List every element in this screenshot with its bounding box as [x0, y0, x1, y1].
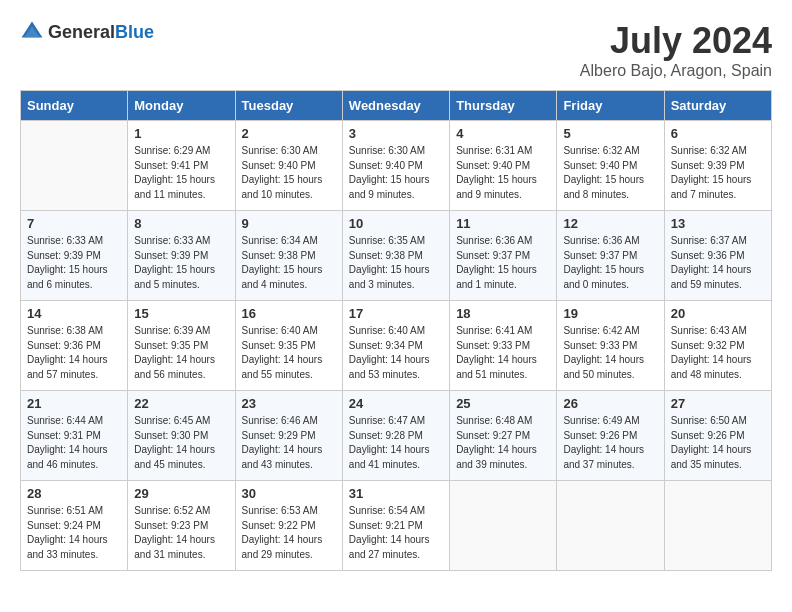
day-info: Sunrise: 6:45 AM Sunset: 9:30 PM Dayligh… — [134, 414, 228, 472]
day-info: Sunrise: 6:34 AM Sunset: 9:38 PM Dayligh… — [242, 234, 336, 292]
calendar-cell: 20Sunrise: 6:43 AM Sunset: 9:32 PM Dayli… — [664, 301, 771, 391]
calendar-cell: 30Sunrise: 6:53 AM Sunset: 9:22 PM Dayli… — [235, 481, 342, 571]
logo-general: General — [48, 22, 115, 42]
calendar-week-row: 1Sunrise: 6:29 AM Sunset: 9:41 PM Daylig… — [21, 121, 772, 211]
day-info: Sunrise: 6:29 AM Sunset: 9:41 PM Dayligh… — [134, 144, 228, 202]
day-number: 16 — [242, 306, 336, 321]
calendar-cell: 29Sunrise: 6:52 AM Sunset: 9:23 PM Dayli… — [128, 481, 235, 571]
day-number: 13 — [671, 216, 765, 231]
calendar-cell: 10Sunrise: 6:35 AM Sunset: 9:38 PM Dayli… — [342, 211, 449, 301]
page-header: GeneralBlue July 2024 Albero Bajo, Arago… — [20, 20, 772, 80]
calendar-cell: 2Sunrise: 6:30 AM Sunset: 9:40 PM Daylig… — [235, 121, 342, 211]
day-info: Sunrise: 6:31 AM Sunset: 9:40 PM Dayligh… — [456, 144, 550, 202]
calendar-cell: 19Sunrise: 6:42 AM Sunset: 9:33 PM Dayli… — [557, 301, 664, 391]
calendar-cell: 22Sunrise: 6:45 AM Sunset: 9:30 PM Dayli… — [128, 391, 235, 481]
day-info: Sunrise: 6:30 AM Sunset: 9:40 PM Dayligh… — [242, 144, 336, 202]
day-info: Sunrise: 6:42 AM Sunset: 9:33 PM Dayligh… — [563, 324, 657, 382]
day-number: 8 — [134, 216, 228, 231]
weekday-header: Sunday — [21, 91, 128, 121]
month-title: July 2024 — [580, 20, 772, 62]
day-info: Sunrise: 6:46 AM Sunset: 9:29 PM Dayligh… — [242, 414, 336, 472]
calendar-cell: 28Sunrise: 6:51 AM Sunset: 9:24 PM Dayli… — [21, 481, 128, 571]
calendar-cell: 9Sunrise: 6:34 AM Sunset: 9:38 PM Daylig… — [235, 211, 342, 301]
day-info: Sunrise: 6:33 AM Sunset: 9:39 PM Dayligh… — [27, 234, 121, 292]
day-number: 18 — [456, 306, 550, 321]
day-number: 25 — [456, 396, 550, 411]
calendar-cell: 31Sunrise: 6:54 AM Sunset: 9:21 PM Dayli… — [342, 481, 449, 571]
weekday-header: Friday — [557, 91, 664, 121]
day-number: 21 — [27, 396, 121, 411]
calendar-cell: 26Sunrise: 6:49 AM Sunset: 9:26 PM Dayli… — [557, 391, 664, 481]
calendar-cell: 5Sunrise: 6:32 AM Sunset: 9:40 PM Daylig… — [557, 121, 664, 211]
day-info: Sunrise: 6:47 AM Sunset: 9:28 PM Dayligh… — [349, 414, 443, 472]
calendar-cell: 1Sunrise: 6:29 AM Sunset: 9:41 PM Daylig… — [128, 121, 235, 211]
day-info: Sunrise: 6:38 AM Sunset: 9:36 PM Dayligh… — [27, 324, 121, 382]
logo-icon — [20, 20, 44, 44]
day-number: 28 — [27, 486, 121, 501]
day-info: Sunrise: 6:30 AM Sunset: 9:40 PM Dayligh… — [349, 144, 443, 202]
calendar-cell — [557, 481, 664, 571]
location-title: Albero Bajo, Aragon, Spain — [580, 62, 772, 80]
weekday-header: Tuesday — [235, 91, 342, 121]
calendar-cell: 13Sunrise: 6:37 AM Sunset: 9:36 PM Dayli… — [664, 211, 771, 301]
day-number: 10 — [349, 216, 443, 231]
day-number: 22 — [134, 396, 228, 411]
calendar-cell: 3Sunrise: 6:30 AM Sunset: 9:40 PM Daylig… — [342, 121, 449, 211]
day-info: Sunrise: 6:37 AM Sunset: 9:36 PM Dayligh… — [671, 234, 765, 292]
calendar-cell: 17Sunrise: 6:40 AM Sunset: 9:34 PM Dayli… — [342, 301, 449, 391]
calendar-cell — [450, 481, 557, 571]
calendar-week-row: 7Sunrise: 6:33 AM Sunset: 9:39 PM Daylig… — [21, 211, 772, 301]
calendar-cell: 25Sunrise: 6:48 AM Sunset: 9:27 PM Dayli… — [450, 391, 557, 481]
calendar-cell: 11Sunrise: 6:36 AM Sunset: 9:37 PM Dayli… — [450, 211, 557, 301]
calendar-cell: 21Sunrise: 6:44 AM Sunset: 9:31 PM Dayli… — [21, 391, 128, 481]
day-info: Sunrise: 6:49 AM Sunset: 9:26 PM Dayligh… — [563, 414, 657, 472]
calendar-table: SundayMondayTuesdayWednesdayThursdayFrid… — [20, 90, 772, 571]
day-number: 27 — [671, 396, 765, 411]
day-info: Sunrise: 6:36 AM Sunset: 9:37 PM Dayligh… — [456, 234, 550, 292]
day-info: Sunrise: 6:41 AM Sunset: 9:33 PM Dayligh… — [456, 324, 550, 382]
calendar-cell: 16Sunrise: 6:40 AM Sunset: 9:35 PM Dayli… — [235, 301, 342, 391]
day-info: Sunrise: 6:54 AM Sunset: 9:21 PM Dayligh… — [349, 504, 443, 562]
calendar-cell: 6Sunrise: 6:32 AM Sunset: 9:39 PM Daylig… — [664, 121, 771, 211]
day-number: 20 — [671, 306, 765, 321]
day-number: 3 — [349, 126, 443, 141]
calendar-cell: 8Sunrise: 6:33 AM Sunset: 9:39 PM Daylig… — [128, 211, 235, 301]
logo-blue: Blue — [115, 22, 154, 42]
day-info: Sunrise: 6:44 AM Sunset: 9:31 PM Dayligh… — [27, 414, 121, 472]
title-block: July 2024 Albero Bajo, Aragon, Spain — [580, 20, 772, 80]
day-info: Sunrise: 6:32 AM Sunset: 9:40 PM Dayligh… — [563, 144, 657, 202]
calendar-cell: 14Sunrise: 6:38 AM Sunset: 9:36 PM Dayli… — [21, 301, 128, 391]
calendar-cell: 24Sunrise: 6:47 AM Sunset: 9:28 PM Dayli… — [342, 391, 449, 481]
day-number: 29 — [134, 486, 228, 501]
day-number: 17 — [349, 306, 443, 321]
day-number: 24 — [349, 396, 443, 411]
day-info: Sunrise: 6:48 AM Sunset: 9:27 PM Dayligh… — [456, 414, 550, 472]
calendar-week-row: 14Sunrise: 6:38 AM Sunset: 9:36 PM Dayli… — [21, 301, 772, 391]
day-number: 19 — [563, 306, 657, 321]
day-info: Sunrise: 6:32 AM Sunset: 9:39 PM Dayligh… — [671, 144, 765, 202]
calendar-week-row: 21Sunrise: 6:44 AM Sunset: 9:31 PM Dayli… — [21, 391, 772, 481]
day-number: 5 — [563, 126, 657, 141]
day-number: 30 — [242, 486, 336, 501]
day-info: Sunrise: 6:50 AM Sunset: 9:26 PM Dayligh… — [671, 414, 765, 472]
weekday-header: Saturday — [664, 91, 771, 121]
calendar-header-row: SundayMondayTuesdayWednesdayThursdayFrid… — [21, 91, 772, 121]
day-number: 31 — [349, 486, 443, 501]
calendar-cell: 18Sunrise: 6:41 AM Sunset: 9:33 PM Dayli… — [450, 301, 557, 391]
day-number: 14 — [27, 306, 121, 321]
day-info: Sunrise: 6:43 AM Sunset: 9:32 PM Dayligh… — [671, 324, 765, 382]
day-info: Sunrise: 6:52 AM Sunset: 9:23 PM Dayligh… — [134, 504, 228, 562]
calendar-cell: 15Sunrise: 6:39 AM Sunset: 9:35 PM Dayli… — [128, 301, 235, 391]
calendar-cell: 7Sunrise: 6:33 AM Sunset: 9:39 PM Daylig… — [21, 211, 128, 301]
calendar-cell: 12Sunrise: 6:36 AM Sunset: 9:37 PM Dayli… — [557, 211, 664, 301]
day-number: 9 — [242, 216, 336, 231]
day-number: 12 — [563, 216, 657, 231]
calendar-week-row: 28Sunrise: 6:51 AM Sunset: 9:24 PM Dayli… — [21, 481, 772, 571]
calendar-cell: 27Sunrise: 6:50 AM Sunset: 9:26 PM Dayli… — [664, 391, 771, 481]
day-info: Sunrise: 6:51 AM Sunset: 9:24 PM Dayligh… — [27, 504, 121, 562]
calendar-cell: 23Sunrise: 6:46 AM Sunset: 9:29 PM Dayli… — [235, 391, 342, 481]
day-number: 6 — [671, 126, 765, 141]
calendar-body: 1Sunrise: 6:29 AM Sunset: 9:41 PM Daylig… — [21, 121, 772, 571]
day-info: Sunrise: 6:53 AM Sunset: 9:22 PM Dayligh… — [242, 504, 336, 562]
day-number: 23 — [242, 396, 336, 411]
